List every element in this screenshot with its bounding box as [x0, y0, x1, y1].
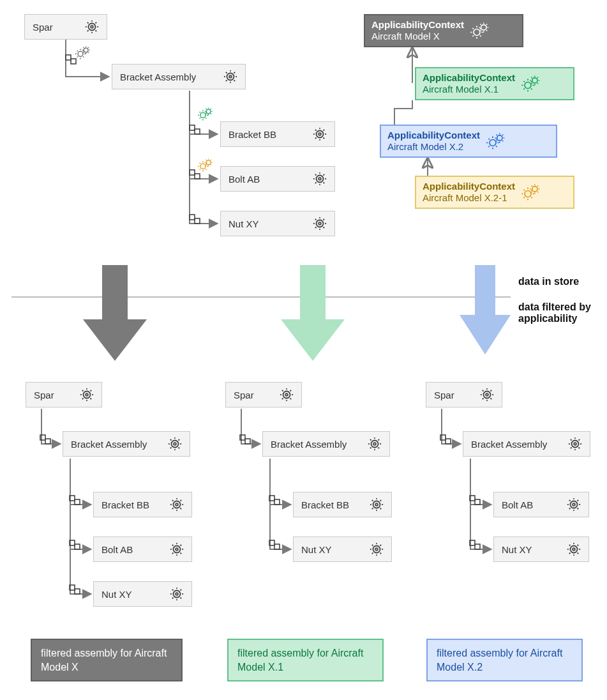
svg-rect-59 — [240, 435, 245, 440]
svg-point-69 — [571, 501, 578, 508]
svg-point-29 — [490, 140, 496, 146]
label-data-filtered: data filtered by applicability — [518, 301, 601, 324]
svg-point-2 — [91, 26, 93, 28]
gear-icon-blue — [486, 133, 506, 149]
gear-icon — [170, 498, 184, 512]
svg-point-18 — [206, 109, 211, 114]
svg-point-52 — [285, 393, 288, 396]
svg-rect-64 — [274, 544, 280, 549]
ctx-subtitle: Aircraft Model X.2-1 — [423, 192, 515, 204]
svg-point-32 — [532, 186, 537, 192]
svg-point-54 — [373, 443, 376, 445]
connector-lines — [0, 0, 607, 700]
svg-point-35 — [172, 441, 179, 448]
gear-icon — [280, 388, 294, 402]
svg-rect-73 — [440, 435, 446, 440]
node-nutxy-col2: Nut XY — [293, 536, 392, 562]
svg-rect-16 — [195, 129, 200, 134]
caption-x1: filtered assembly for Aircraft Model X.1 — [227, 639, 384, 681]
gear-icon — [368, 437, 382, 451]
svg-rect-76 — [475, 499, 480, 505]
svg-point-13 — [78, 51, 83, 56]
node-nut-xy-top: Nut XY — [220, 211, 335, 236]
svg-point-6 — [318, 133, 321, 135]
node-spar-top: Spar — [24, 14, 107, 40]
node-label: Bracket Assembly — [71, 439, 147, 450]
usage-icon — [69, 495, 82, 506]
svg-point-7 — [317, 176, 324, 183]
node-bracketbb-col2: Bracket BB — [293, 492, 392, 517]
svg-point-57 — [373, 546, 380, 553]
svg-rect-63 — [269, 540, 274, 545]
gear-icon-green-small — [198, 107, 213, 121]
svg-point-56 — [375, 503, 378, 506]
ctx-title: ApplicabilityContext — [423, 181, 515, 192]
node-label: Spar — [34, 390, 54, 400]
svg-point-39 — [174, 546, 181, 553]
svg-rect-74 — [446, 439, 451, 444]
svg-rect-43 — [40, 435, 45, 440]
node-boltab-col1: Bolt AB — [93, 536, 192, 562]
svg-point-26 — [481, 25, 486, 30]
ctx-box-x1: ApplicabilityContext Aircraft Model X.1 — [415, 67, 574, 100]
node-label: Bracket BB — [229, 129, 276, 140]
svg-point-1 — [89, 24, 96, 31]
svg-point-67 — [572, 441, 579, 448]
usage-icon — [69, 584, 82, 596]
svg-rect-15 — [190, 125, 195, 130]
gear-icon — [170, 587, 184, 601]
gear-icon-orange — [521, 184, 541, 201]
svg-rect-11 — [66, 55, 71, 60]
node-label: Bracket BB — [301, 499, 349, 510]
node-label: Bracket Assembly — [271, 439, 347, 450]
usage-icon — [69, 540, 82, 551]
svg-rect-61 — [269, 496, 274, 501]
svg-point-36 — [174, 443, 176, 445]
big-arrow-gray — [83, 265, 147, 367]
svg-point-30 — [497, 135, 502, 141]
svg-point-58 — [375, 548, 378, 551]
usage-icon — [40, 434, 52, 446]
svg-rect-48 — [75, 544, 80, 549]
svg-point-8 — [318, 178, 321, 180]
node-label: Nut XY — [101, 589, 132, 600]
gear-icon — [223, 70, 237, 84]
node-label: Spar — [234, 390, 254, 400]
gear-icon — [567, 542, 581, 556]
node-label: Bracket Assembly — [120, 72, 196, 82]
ctx-box-x2: ApplicabilityContext Aircraft Model X.2 — [380, 125, 557, 158]
svg-point-72 — [573, 548, 575, 551]
caption-x: filtered assembly for Aircraft Model X — [31, 639, 183, 681]
svg-rect-78 — [475, 544, 480, 549]
svg-rect-24 — [195, 218, 200, 224]
node-nutxy-col1: Nut XY — [93, 581, 192, 607]
svg-point-51 — [283, 392, 290, 399]
svg-point-22 — [206, 160, 211, 165]
node-spar-col2: Spar — [225, 382, 302, 407]
svg-point-3 — [227, 73, 234, 80]
svg-rect-50 — [75, 589, 80, 594]
ctx-box-x21: ApplicabilityContext Aircraft Model X.2-… — [415, 176, 574, 209]
svg-point-33 — [84, 392, 91, 399]
svg-point-25 — [474, 29, 480, 36]
ctx-title: ApplicabilityContext — [423, 72, 515, 84]
svg-rect-23 — [190, 215, 195, 220]
gear-icon — [170, 542, 184, 556]
usage-icon — [189, 125, 202, 136]
gear-icon-green — [521, 75, 541, 92]
node-bracketbb-col1: Bracket BB — [93, 492, 192, 517]
svg-point-5 — [317, 131, 324, 138]
svg-rect-62 — [274, 499, 280, 505]
svg-point-21 — [200, 164, 206, 169]
svg-point-40 — [176, 548, 178, 551]
node-label: Nut XY — [229, 218, 259, 229]
gear-icon-gray-small — [75, 46, 91, 59]
node-label: Nut XY — [502, 544, 532, 555]
svg-rect-20 — [195, 174, 200, 179]
usage-icon — [239, 434, 252, 446]
gear-icon — [568, 437, 582, 451]
ctx-subtitle: Aircraft Model X.2 — [387, 141, 480, 153]
svg-point-53 — [371, 441, 378, 448]
svg-rect-46 — [75, 499, 80, 505]
svg-point-10 — [318, 222, 321, 225]
